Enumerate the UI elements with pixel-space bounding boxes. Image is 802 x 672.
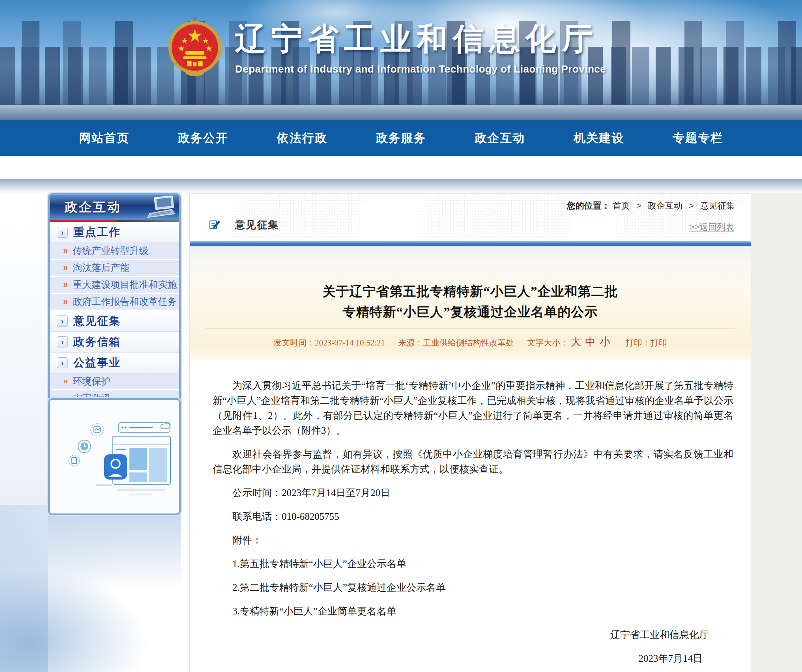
double-chevron-icon: » bbox=[63, 280, 68, 289]
section-title: 意见征集 bbox=[235, 218, 279, 232]
chevron-right-icon: › bbox=[57, 336, 68, 347]
signature-date: 2023年7月14日 bbox=[213, 651, 733, 666]
chevron-right-icon: › bbox=[57, 357, 68, 368]
attachment-item-3: 3.专精特新“小巨人”企业简单更名名单 bbox=[213, 604, 733, 619]
sidebar-shadow-gradient bbox=[48, 515, 181, 590]
back-to-list-link[interactable]: >>返回列表 bbox=[689, 221, 734, 233]
sidebar-accent-line bbox=[50, 220, 179, 222]
sidebar-illustration bbox=[48, 398, 181, 515]
sidebar-item-opinion-solicitation[interactable]: › 意见征集 bbox=[50, 311, 179, 332]
sidebar-item-gov-mailbox[interactable]: › 政务信箱 bbox=[50, 332, 179, 353]
nav-home[interactable]: 网站首页 bbox=[79, 130, 129, 146]
computer-icon bbox=[142, 195, 178, 221]
nav-gov-services[interactable]: 政务服务 bbox=[376, 130, 426, 146]
paragraph: 欢迎社会各界参与监督，如有异议，按照《优质中小企业梯度培育管理暂行办法》中有关要… bbox=[213, 447, 733, 477]
breadcrumb-separator: > bbox=[636, 201, 641, 211]
fontsize-large[interactable]: 大 bbox=[571, 336, 581, 348]
edit-pen-icon bbox=[209, 218, 221, 232]
publish-time: 发文时间：2023-07-14 10:52:21 bbox=[273, 338, 385, 347]
breadcrumb-current[interactable]: 意见征集 bbox=[700, 201, 735, 211]
nav-gov-enterprise[interactable]: 政企互动 bbox=[475, 130, 525, 146]
main-nav: 网站首页 政务公开 依法行政 政务服务 政企互动 机关建设 专题专栏 bbox=[0, 120, 802, 156]
contact-phone: 联系电话：010-68205755 bbox=[213, 509, 733, 524]
meta-divider bbox=[206, 329, 735, 329]
left-margin bbox=[0, 205, 48, 672]
section-header: 意见征集 bbox=[209, 218, 279, 232]
article-title-line2: 专精特新“小巨人”复核通过企业名单的公示 bbox=[190, 302, 751, 322]
sidebar-header-title: 政企互动 bbox=[50, 199, 122, 216]
national-emblem-icon bbox=[167, 17, 222, 81]
double-chevron-icon: » bbox=[63, 246, 68, 255]
chevron-right-icon: › bbox=[57, 315, 68, 327]
breadcrumb-label: 您的位置： bbox=[567, 201, 610, 211]
chevron-right-icon: › bbox=[57, 227, 68, 238]
article-header: 关于辽宁省第五批专精特新“小巨人”企业和第二批 专精特新“小巨人”复核通过企业名… bbox=[190, 246, 751, 360]
right-margin bbox=[751, 193, 802, 672]
nav-gov-affairs[interactable]: 政务公开 bbox=[178, 130, 228, 146]
breadcrumb-gov-enterprise[interactable]: 政企互动 bbox=[648, 201, 682, 211]
site-identity: 辽宁省工业和信息化厅 Department of Industry and In… bbox=[235, 19, 606, 75]
header-banner: 辽宁省工业和信息化厅 Department of Industry and In… bbox=[0, 0, 802, 120]
sidebar-item-industry-upgrade[interactable]: » 传统产业转型升级 bbox=[50, 243, 179, 260]
print-link[interactable]: 打印 bbox=[651, 338, 667, 347]
nav-agency-building[interactable]: 机关建设 bbox=[574, 130, 624, 146]
sidebar: 政企互动 › 重点工作 » 传统产业转型升级 » 淘汰落后产能 » 重大建设项目… bbox=[48, 193, 181, 409]
blue-divider-bar bbox=[190, 241, 751, 246]
sidebar-item-environment[interactable]: » 环境保护 bbox=[50, 373, 179, 390]
main-content: 您的位置： 首页 > 政企互动 > 意见征集 意见征集 >>返回列表 关于辽宁省… bbox=[189, 193, 751, 672]
fontsize-control: 文字大小：大中小 bbox=[527, 338, 613, 347]
fontsize-medium[interactable]: 中 bbox=[585, 336, 596, 348]
sidebar-item-key-work[interactable]: › 重点工作 bbox=[50, 222, 179, 243]
double-chevron-icon: » bbox=[63, 263, 68, 272]
article-title-line1: 关于辽宁省第五批专精特新“小巨人”企业和第二批 bbox=[190, 281, 751, 302]
divider-band bbox=[0, 179, 802, 194]
site-subtitle: Department of Industry and Information T… bbox=[235, 63, 606, 75]
breadcrumb-home[interactable]: 首页 bbox=[613, 201, 630, 211]
double-chevron-icon: » bbox=[63, 377, 68, 386]
signature: 辽宁省工业和信息化厅 bbox=[213, 627, 733, 642]
strip-gap bbox=[190, 238, 751, 241]
print-control: 打印：打印 bbox=[626, 338, 667, 347]
attachment-item-2: 2.第二批专精特新“小巨人”复核通过企业公示名单 bbox=[213, 580, 733, 595]
nav-special-topics[interactable]: 专题专栏 bbox=[673, 130, 723, 146]
source: 来源：工业供给侧结构性改革处 bbox=[398, 338, 514, 347]
nav-law-admin[interactable]: 依法行政 bbox=[277, 130, 327, 146]
water-reflection bbox=[0, 105, 802, 120]
sidebar-item-gov-report-reform[interactable]: » 政府工作报告和改革任务 bbox=[50, 294, 179, 311]
double-chevron-icon: » bbox=[63, 297, 68, 306]
article-meta: 发文时间：2023-07-14 10:52:21 来源：工业供给侧结构性改革处 … bbox=[190, 335, 751, 349]
breadcrumb-separator: > bbox=[689, 201, 694, 211]
paragraph: 为深入贯彻习近平总书记关于“培育一批‘专精特新’中小企业”的重要指示精神，工业和… bbox=[213, 378, 733, 438]
sidebar-item-major-projects[interactable]: » 重大建设项目批准和实施 bbox=[50, 277, 179, 294]
sidebar-header: 政企互动 bbox=[50, 195, 179, 220]
breadcrumb: 您的位置： 首页 > 政企互动 > 意见征集 bbox=[567, 200, 735, 212]
article-body: 为深入贯彻习近平总书记关于“培育一批‘专精特新’中小企业”的重要指示精神，工业和… bbox=[190, 360, 751, 666]
sidebar-item-phase-out-capacity[interactable]: » 淘汰落后产能 bbox=[50, 260, 179, 277]
section-strip: 您的位置： 首页 > 政企互动 > 意见征集 意见征集 >>返回列表 bbox=[190, 194, 751, 238]
sidebar-item-public-welfare[interactable]: › 公益事业 bbox=[50, 353, 179, 373]
attachment-item-1: 1.第五批专精特新“小巨人”企业公示名单 bbox=[213, 556, 733, 571]
attachments-label: 附件： bbox=[213, 533, 733, 548]
publicity-period: 公示时间：2023年7月14日至7月20日 bbox=[213, 485, 733, 500]
fontsize-small[interactable]: 小 bbox=[600, 336, 611, 348]
site-title: 辽宁省工业和信息化厅 bbox=[235, 19, 606, 58]
